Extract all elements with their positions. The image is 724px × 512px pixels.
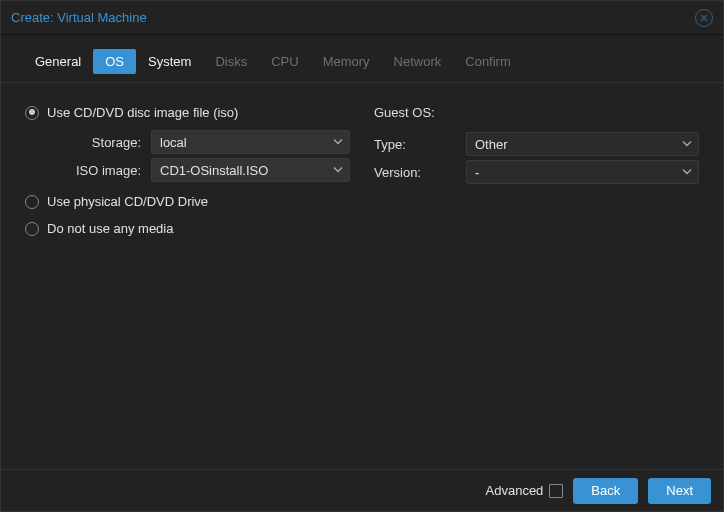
chevron-down-icon: [682, 165, 692, 180]
radio-icon: [25, 222, 39, 236]
storage-select[interactable]: local: [151, 130, 350, 154]
tab-system[interactable]: System: [136, 49, 203, 74]
radio-label: Use physical CD/DVD Drive: [47, 194, 208, 209]
tab-memory: Memory: [311, 49, 382, 74]
radio-no-media[interactable]: Do not use any media: [25, 215, 350, 242]
next-button[interactable]: Next: [648, 478, 711, 504]
radio-label: Do not use any media: [47, 221, 173, 236]
iso-image-label: ISO image:: [47, 163, 151, 178]
content-area: Use CD/DVD disc image file (iso) Storage…: [1, 83, 723, 469]
close-icon[interactable]: [695, 9, 713, 27]
chevron-down-icon: [682, 137, 692, 152]
storage-label: Storage:: [47, 135, 151, 150]
titlebar: Create: Virtual Machine: [1, 1, 723, 35]
guest-version-select[interactable]: -: [466, 160, 699, 184]
advanced-label: Advanced: [486, 483, 544, 498]
media-column: Use CD/DVD disc image file (iso) Storage…: [25, 99, 350, 453]
guest-os-column: Guest OS: Type: Other Version: -: [374, 99, 699, 453]
chevron-down-icon: [333, 135, 343, 150]
guest-os-heading: Guest OS:: [374, 99, 699, 128]
wizard-tabs: General OS System Disks CPU Memory Netwo…: [1, 35, 723, 83]
advanced-toggle[interactable]: Advanced: [486, 483, 564, 498]
iso-image-value: CD1-OSinstall.ISO: [160, 163, 268, 178]
radio-icon: [25, 195, 39, 209]
checkbox-icon: [549, 484, 563, 498]
back-button[interactable]: Back: [573, 478, 638, 504]
tab-network: Network: [382, 49, 454, 74]
tab-os[interactable]: OS: [93, 49, 136, 74]
storage-value: local: [160, 135, 187, 150]
tab-disks: Disks: [203, 49, 259, 74]
radio-use-iso[interactable]: Use CD/DVD disc image file (iso): [25, 99, 350, 126]
footer: Advanced Back Next: [1, 469, 723, 511]
tab-general[interactable]: General: [23, 49, 93, 74]
guest-type-label: Type:: [374, 137, 446, 152]
guest-version-value: -: [475, 165, 479, 180]
create-vm-dialog: Create: Virtual Machine General OS Syste…: [0, 0, 724, 512]
radio-icon: [25, 106, 39, 120]
tab-cpu: CPU: [259, 49, 310, 74]
dialog-title: Create: Virtual Machine: [11, 10, 147, 25]
iso-image-select[interactable]: CD1-OSinstall.ISO: [151, 158, 350, 182]
guest-version-label: Version:: [374, 165, 446, 180]
radio-use-physical[interactable]: Use physical CD/DVD Drive: [25, 188, 350, 215]
tab-confirm: Confirm: [453, 49, 523, 74]
guest-type-select[interactable]: Other: [466, 132, 699, 156]
guest-type-value: Other: [475, 137, 508, 152]
chevron-down-icon: [333, 163, 343, 178]
radio-label: Use CD/DVD disc image file (iso): [47, 105, 238, 120]
